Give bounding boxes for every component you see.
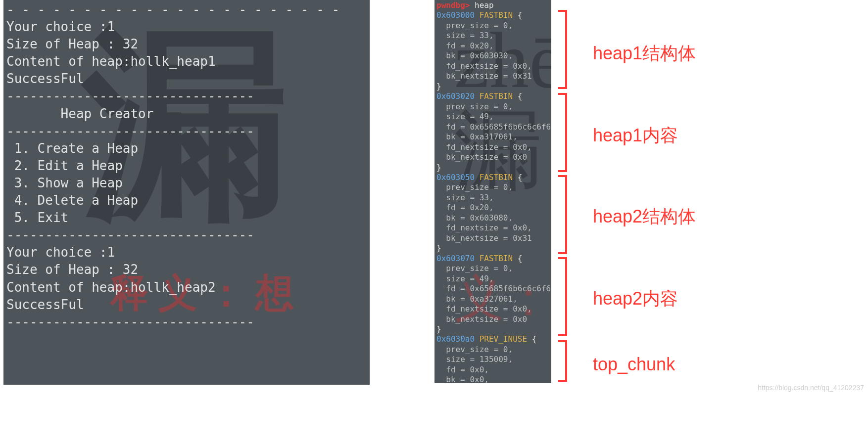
anno-heap2-struct: heap2结构体 xyxy=(593,205,696,229)
pwndbg-terminal: zhē 漏 义： pwndbg> heap 0x603000 FASTBIN {… xyxy=(434,0,551,383)
terminal-output: - - - - - - - - - - - - - - - - - - - - … xyxy=(6,1,367,331)
anno-heap1-content: heap1内容 xyxy=(593,124,678,148)
heap-dump-cluster: zhē 漏 义： pwndbg> heap 0x603000 FASTBIN {… xyxy=(434,0,865,383)
heap-output: pwndbg> heap 0x603000 FASTBIN { prev_siz… xyxy=(436,0,551,383)
bracket-heap1-struct xyxy=(556,10,567,89)
bracket-heap1-content xyxy=(556,93,567,172)
anno-heap2-content: heap2内容 xyxy=(593,287,678,311)
bracket-heap2-content xyxy=(556,257,567,336)
watermark: https://blog.csdn.net/qq_41202237 xyxy=(758,384,864,392)
bracket-top-chunk xyxy=(556,340,567,382)
menu-terminal: 漏 释义：想 - - - - - - - - - - - - - - - - -… xyxy=(3,0,370,385)
anno-top-chunk: top_chunk xyxy=(593,354,675,375)
anno-heap1-struct: heap1结构体 xyxy=(593,42,696,66)
bracket-heap2-struct xyxy=(556,175,567,254)
